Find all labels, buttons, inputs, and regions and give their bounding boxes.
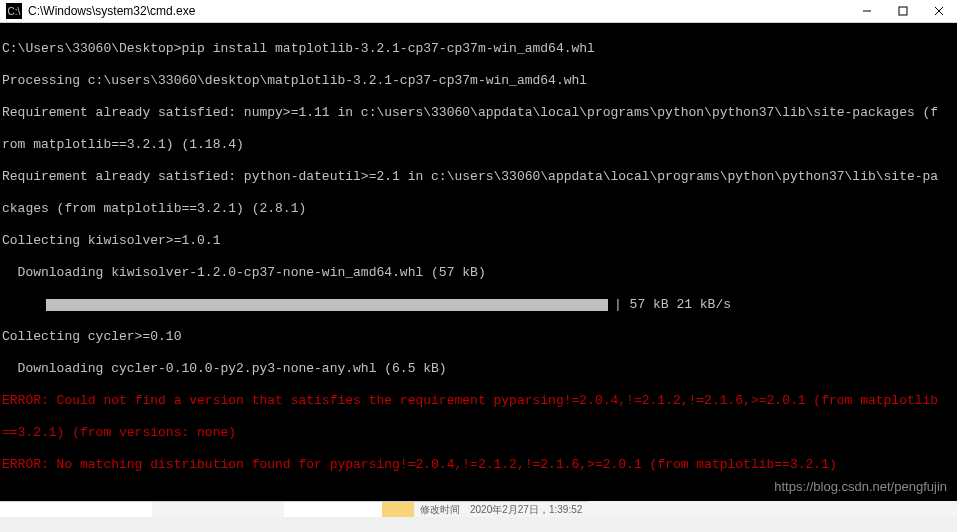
terminal-line: rom matplotlib==3.2.1) (1.18.4) — [2, 137, 957, 153]
close-button[interactable] — [921, 0, 957, 22]
terminal-line: Collecting kiwisolver>=1.0.1 — [2, 233, 957, 249]
terminal-error: ERROR: Could not find a version that sat… — [2, 393, 957, 409]
terminal-line: Processing c:\users\33060\desktop\matplo… — [2, 73, 957, 89]
terminal-line: Requirement already satisfied: numpy>=1.… — [2, 105, 957, 121]
terminal-line: C:\Users\33060\Desktop>pip install matpl… — [2, 41, 957, 57]
progress-bar — [46, 299, 608, 311]
watermark-text: https://blog.csdn.net/pengfujin — [774, 479, 947, 495]
terminal-error: ERROR: No matching distribution found fo… — [2, 457, 957, 473]
terminal-line: Downloading kiwisolver-1.2.0-cp37-none-w… — [2, 265, 957, 281]
terminal-line: Requirement already satisfied: python-da… — [2, 169, 957, 185]
taskbar-datetime: 2020年2月27日，1:39:52 — [470, 502, 582, 518]
terminal-line: Collecting cycler>=0.10 — [2, 329, 957, 345]
cmd-icon: C:\ — [6, 3, 22, 19]
terminal-body[interactable]: C:\Users\33060\Desktop>pip install matpl… — [0, 23, 957, 517]
terminal-line: Downloading cycler-0.10.0-py2.py3-none-a… — [2, 361, 957, 377]
window-titlebar: C:\ C:\Windows\system32\cmd.exe — [0, 0, 957, 23]
terminal-line: ckages (from matplotlib==3.2.1) (2.8.1) — [2, 201, 957, 217]
taskbar-label: 修改时间 — [420, 502, 460, 518]
progress-row: | 57 kB 21 kB/s — [2, 297, 957, 313]
maximize-button[interactable] — [885, 0, 921, 22]
svg-rect-1 — [899, 7, 907, 15]
minimize-button[interactable] — [849, 0, 885, 22]
taskbar-fragment: 修改时间 2020年2月27日，1:39:52 — [0, 501, 957, 517]
progress-text: | 57 kB 21 kB/s — [614, 297, 731, 313]
window-title: C:\Windows\system32\cmd.exe — [28, 4, 195, 18]
terminal-error: ==3.2.1) (from versions: none) — [2, 425, 957, 441]
